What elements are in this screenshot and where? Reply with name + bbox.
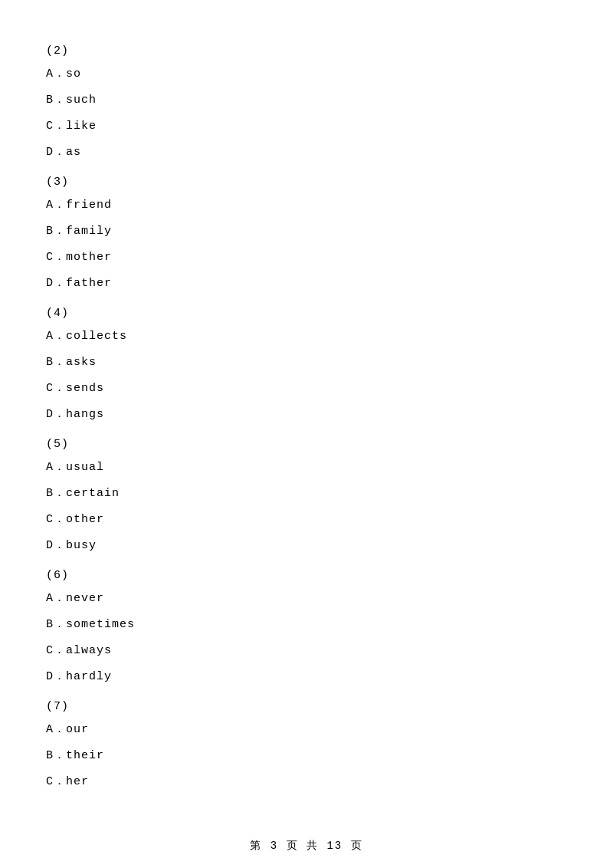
- option[interactable]: D．as: [46, 143, 567, 162]
- question-number-q5: (5): [46, 438, 567, 451]
- option[interactable]: B．family: [46, 222, 567, 241]
- option[interactable]: D．busy: [46, 537, 567, 555]
- option[interactable]: B．certain: [46, 485, 567, 503]
- option[interactable]: C．sends: [46, 380, 567, 398]
- question-number-q2: (2): [46, 44, 567, 58]
- page-footer: 第 3 页 共 13 页: [0, 839, 613, 853]
- question-number-q4: (4): [46, 307, 567, 320]
- option[interactable]: B．asks: [46, 353, 567, 372]
- option[interactable]: B．sometimes: [46, 616, 567, 634]
- option[interactable]: D．hangs: [46, 406, 567, 424]
- option[interactable]: D．father: [46, 275, 567, 293]
- option[interactable]: D．hardly: [46, 668, 567, 686]
- page-content: (2)A．soB．suchC．likeD．as(3)A．friendB．fami…: [0, 0, 613, 845]
- option[interactable]: A．usual: [46, 459, 567, 477]
- option[interactable]: A．so: [46, 65, 567, 84]
- option[interactable]: C．mother: [46, 248, 567, 267]
- option[interactable]: C．like: [46, 117, 567, 136]
- question-number-q6: (6): [46, 569, 567, 582]
- option[interactable]: A．our: [46, 721, 567, 739]
- option[interactable]: A．never: [46, 590, 567, 608]
- question-number-q3: (3): [46, 176, 567, 189]
- option[interactable]: A．friend: [46, 196, 567, 215]
- option[interactable]: B．such: [46, 91, 567, 110]
- option[interactable]: C．other: [46, 511, 567, 529]
- option[interactable]: C．always: [46, 642, 567, 660]
- option[interactable]: B．their: [46, 747, 567, 765]
- question-number-q7: (7): [46, 700, 567, 713]
- option[interactable]: A．collects: [46, 327, 567, 346]
- option[interactable]: C．her: [46, 773, 567, 791]
